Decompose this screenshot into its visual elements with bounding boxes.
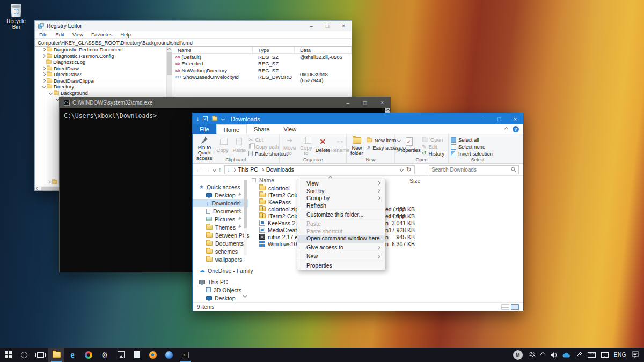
details-view-button[interactable] xyxy=(501,304,509,310)
maximize-button[interactable]: □ xyxy=(363,100,367,106)
tray-pen[interactable] xyxy=(573,348,585,362)
nav-pictures[interactable]: Pictures xyxy=(193,215,248,223)
file-row[interactable]: colortool.ziped (zipp...23 KB xyxy=(248,205,523,212)
context-menu-item-group-by[interactable]: Group by xyxy=(297,195,385,202)
breadcrumb-this-pc[interactable]: This PC xyxy=(238,166,258,173)
context-menu-item-paste[interactable]: Paste xyxy=(297,220,385,227)
qat-check-icon[interactable]: ✓ xyxy=(203,116,208,121)
context-menu-item-give-access[interactable]: Give access to xyxy=(297,243,385,251)
qat-folder-icon[interactable] xyxy=(212,117,217,121)
delete-button[interactable]: ✕ Delete xyxy=(314,136,331,157)
minimize-ribbon-icon[interactable] xyxy=(504,127,508,131)
minimize-button[interactable]: – xyxy=(475,116,491,122)
taskbar-file-explorer[interactable] xyxy=(48,348,64,362)
tree-item[interactable]: DirectDraw xyxy=(35,65,172,72)
tree-item[interactable]: Background xyxy=(35,90,172,97)
file-row[interactable]: MediaCreationToo...n17,928 KB xyxy=(248,226,523,233)
invert-selection-button[interactable]: Invert selection xyxy=(451,150,493,157)
close-button[interactable]: × xyxy=(380,100,384,106)
tree-item[interactable]: Diagnostic.Resmon.Config xyxy=(35,53,172,60)
nav-desktop[interactable]: Desktop xyxy=(193,191,248,199)
maximize-button[interactable]: □ xyxy=(326,23,329,29)
file-row[interactable]: KeePass xyxy=(248,198,523,205)
context-menu-item-sort-by[interactable]: Sort by xyxy=(297,187,385,195)
search-box[interactable] xyxy=(429,165,519,174)
taskbar-paint[interactable] xyxy=(80,348,97,362)
file-row[interactable]: iTerm2-Color-Sch...ed (zipp...14,849 KB xyxy=(248,212,523,219)
tab-share[interactable]: Share xyxy=(247,124,276,134)
expand-icon[interactable] xyxy=(42,67,46,70)
tray-onedrive[interactable] xyxy=(560,348,573,362)
cortana-search-button[interactable] xyxy=(16,348,32,362)
tray-keyboard[interactable] xyxy=(585,348,598,362)
nav-scrollbar[interactable] xyxy=(244,180,247,255)
paste-button[interactable]: Paste xyxy=(231,136,247,157)
menu-view[interactable]: View xyxy=(72,32,83,38)
taskbar-command-prompt[interactable]: >_ xyxy=(177,348,193,362)
help-icon[interactable]: ? xyxy=(513,126,519,132)
nav-3d-objects[interactable]: 3D Objects xyxy=(193,286,248,294)
expand-icon[interactable] xyxy=(47,180,51,184)
menu-file[interactable]: File xyxy=(39,32,47,38)
column-header-name[interactable]: Name xyxy=(172,47,253,53)
expand-icon[interactable] xyxy=(42,72,46,76)
nav-documents[interactable]: Documents xyxy=(193,207,248,215)
scrollbar-thumb[interactable] xyxy=(244,180,247,228)
nav-this-pc[interactable]: This PC xyxy=(193,278,248,286)
tree-item[interactable]: Diagnostic.Perfmon.Document xyxy=(35,47,172,53)
file-row[interactable]: Windows10Upgrad...n6,307 KB xyxy=(248,240,523,247)
tree-item[interactable]: DiagnosticLog xyxy=(35,59,172,65)
select-none-button[interactable]: Select none xyxy=(451,144,493,150)
start-button[interactable] xyxy=(0,348,16,362)
context-menu-item-view[interactable]: View xyxy=(297,180,385,187)
file-row[interactable]: colortool xyxy=(248,184,523,191)
pin-to-quick-access-button[interactable]: Pin to Quick access xyxy=(195,136,214,157)
menu-favorites[interactable]: Favorites xyxy=(91,32,112,38)
expand-icon[interactable] xyxy=(42,48,46,51)
nav-between-pcs[interactable]: Between PCs xyxy=(193,231,248,239)
edit-button[interactable]: ✎Edit xyxy=(422,144,444,150)
column-header-type[interactable]: Type xyxy=(253,47,295,53)
qat-customize-chevron-icon[interactable] xyxy=(221,117,225,121)
taskbar-edge[interactable]: e xyxy=(64,348,80,362)
back-button[interactable]: ← xyxy=(196,166,202,173)
tray-volume[interactable] xyxy=(547,348,560,362)
close-button[interactable]: × xyxy=(342,23,345,29)
open-button[interactable]: Open xyxy=(422,137,444,143)
expand-icon[interactable] xyxy=(42,79,46,83)
nav-documents-folder[interactable]: Documents xyxy=(193,239,248,247)
column-header-data[interactable]: Data xyxy=(295,47,352,53)
properties-button[interactable]: ✓ Properties xyxy=(397,136,421,157)
taskbar-notepad[interactable] xyxy=(129,348,145,362)
rename-button[interactable]: ⊶ Rename xyxy=(332,136,348,157)
registry-value-row[interactable]: ab(Default) REG_SZ @shell32.dll,-8506 xyxy=(172,54,352,61)
close-button[interactable]: × xyxy=(507,116,523,122)
nav-onedrive[interactable]: ☁OneDrive - Family xyxy=(193,267,248,275)
minimize-button[interactable]: – xyxy=(347,100,350,106)
breadcrumb-downloads[interactable]: Downloads xyxy=(266,166,294,173)
explorer-title-bar[interactable]: ↓ ✓ Downloads – □ × xyxy=(193,113,523,124)
minimize-button[interactable]: – xyxy=(310,23,313,29)
nav-downloads[interactable]: ↓Downloads xyxy=(193,199,248,207)
task-view-button[interactable] xyxy=(32,348,48,362)
registry-title-bar[interactable]: Registry Editor – □ × xyxy=(35,21,352,31)
registry-address-bar[interactable]: Computer\HKEY_CLASSES_ROOT\Directory\Bac… xyxy=(35,39,352,47)
context-menu-item-paste-shortcut[interactable]: Paste shortcut xyxy=(297,227,385,235)
new-folder-button[interactable]: New folder xyxy=(349,136,365,157)
tab-file[interactable]: File xyxy=(193,124,216,134)
tree-item[interactable]: DirectDrawClipper xyxy=(35,78,172,84)
recycle-bin-shortcut[interactable]: Recycle Bin xyxy=(2,4,30,30)
context-menu-item-properties[interactable]: Properties xyxy=(297,262,385,269)
tray-people-button[interactable] xyxy=(525,348,538,362)
nav-quick-access[interactable]: ★Quick access xyxy=(193,183,248,191)
scrollbar-thumb[interactable] xyxy=(167,52,172,75)
context-menu-item-refresh[interactable]: Refresh xyxy=(297,202,385,209)
taskbar-firefox[interactable] xyxy=(145,348,161,362)
context-menu-item-open-command-window[interactable]: Open command window here xyxy=(297,235,385,242)
up-button[interactable]: ↑ xyxy=(218,166,222,173)
tray-touchpad[interactable] xyxy=(598,348,611,362)
tree-item[interactable]: Directory xyxy=(35,84,172,90)
tab-view[interactable]: View xyxy=(276,124,303,134)
nav-wallpapers[interactable]: wallpapers xyxy=(193,255,248,263)
tree-item[interactable]: DirectDraw7 xyxy=(35,71,172,78)
